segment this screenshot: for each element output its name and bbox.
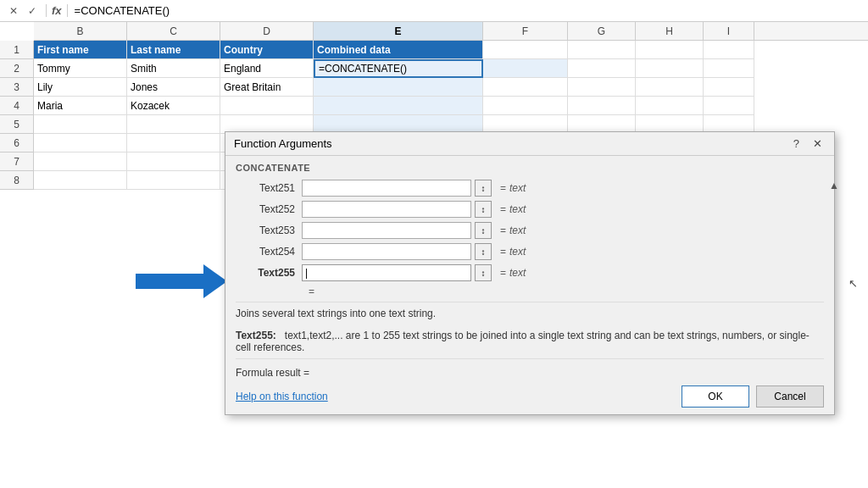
cell-B6[interactable]	[34, 134, 127, 152]
cell-D4[interactable]	[220, 97, 314, 115]
cell-G3[interactable]	[568, 78, 636, 97]
help-text-label: Text255:	[236, 330, 276, 341]
cell-C6[interactable]	[127, 134, 220, 152]
col-header-E[interactable]: E	[314, 22, 483, 40]
col-header-G[interactable]: G	[568, 22, 636, 40]
col-header-D[interactable]: D	[220, 22, 314, 40]
row-header-8[interactable]: 8	[0, 171, 34, 190]
cell-E2[interactable]: =CONCATENATE()	[314, 59, 483, 78]
cell-C8[interactable]	[127, 171, 220, 190]
cell-F3[interactable]	[483, 78, 568, 97]
cell-F1[interactable]	[483, 41, 568, 59]
col-header-H[interactable]: H	[636, 22, 704, 40]
row-header-3[interactable]: 3	[0, 78, 34, 97]
cell-H3[interactable]	[636, 78, 704, 97]
dialog-extra-equals-row: =	[236, 286, 824, 297]
cell-B5[interactable]	[34, 115, 127, 134]
cancel-button[interactable]: Cancel	[756, 385, 824, 408]
collapse-btn-2[interactable]: ↕	[475, 201, 492, 218]
col-header-I[interactable]: I	[704, 22, 754, 40]
field-input-2[interactable]	[302, 201, 471, 218]
cell-B8[interactable]	[34, 171, 127, 190]
confirm-icon[interactable]: ✓	[25, 5, 39, 17]
help-link[interactable]: Help on this function	[236, 391, 328, 402]
fx-label: fx	[46, 4, 68, 17]
field-input-4[interactable]	[302, 243, 471, 260]
row-header-7[interactable]: 7	[0, 152, 34, 171]
equals-3: =	[500, 225, 506, 236]
field-input-1[interactable]	[302, 180, 471, 197]
field-input-5[interactable]	[302, 264, 471, 281]
cancel-icon[interactable]: ✕	[7, 5, 20, 17]
cell-B2[interactable]: Tommy	[34, 59, 127, 78]
column-headers: B C D E F G H I	[34, 22, 868, 41]
result-3: text	[509, 225, 526, 236]
cell-E1[interactable]: Combined data	[314, 41, 483, 59]
cell-F4[interactable]	[483, 97, 568, 115]
field-input-wrap-3: ↕ = text	[302, 222, 824, 239]
dialog-buttons: OK Cancel	[682, 385, 824, 408]
formula-result-label: Formula result =	[236, 367, 309, 379]
cell-H2[interactable]	[636, 59, 704, 78]
ok-button[interactable]: OK	[682, 385, 749, 408]
row-header-1[interactable]: 1	[0, 41, 34, 59]
col-header-B[interactable]: B	[34, 22, 127, 40]
cell-E3[interactable]	[314, 78, 483, 97]
formula-bar-controls: ✕ ✓	[3, 5, 42, 17]
cell-C4[interactable]: Kozacek	[127, 97, 220, 115]
cell-G2[interactable]	[568, 59, 636, 78]
cell-B1[interactable]: First name	[34, 41, 127, 59]
cell-B4[interactable]: Maria	[34, 97, 127, 115]
cell-I4[interactable]	[704, 97, 754, 115]
cell-I1[interactable]	[704, 41, 754, 59]
cell-D2[interactable]: England	[220, 59, 314, 78]
dialog-field-row-1: Text251 ↕ = text	[236, 180, 824, 197]
cell-D1[interactable]: Country	[220, 41, 314, 59]
arrow-body	[136, 274, 203, 289]
equals-2: =	[500, 203, 506, 215]
collapse-btn-3[interactable]: ↕	[475, 222, 492, 239]
dialog-field-row-5: Text255 ↕ = text	[236, 264, 824, 281]
row-header-4[interactable]: 4	[0, 97, 34, 115]
row-header-6[interactable]: 6	[0, 134, 34, 152]
dialog-fields-area: ▲ Text251 ↕ = text Text252 ↕ = text	[236, 180, 824, 297]
cell-E4[interactable]	[314, 97, 483, 115]
cell-B3[interactable]: Lily	[34, 78, 127, 97]
table-row: First name Last name Country Combined da…	[34, 41, 868, 59]
cell-H4[interactable]	[636, 97, 704, 115]
cell-D3[interactable]: Great Britain	[220, 78, 314, 97]
collapse-btn-5[interactable]: ↕	[475, 264, 492, 281]
cell-I2[interactable]	[704, 59, 754, 78]
table-row: Tommy Smith England =CONCATENATE()	[34, 59, 868, 78]
cell-G1[interactable]	[568, 41, 636, 59]
cell-I3[interactable]	[704, 78, 754, 97]
scroll-up-icon[interactable]: ▲	[829, 180, 839, 191]
cell-H1[interactable]	[636, 41, 704, 59]
field-label-4: Text254	[236, 246, 295, 258]
cell-C1[interactable]: Last name	[127, 41, 220, 59]
cursor-pointer-icon: ↖	[849, 277, 858, 290]
dialog-footer: Formula result =	[236, 358, 824, 379]
cell-C2[interactable]: Smith	[127, 59, 220, 78]
collapse-btn-4[interactable]: ↕	[475, 243, 492, 260]
cell-C7[interactable]	[127, 152, 220, 171]
field-input-3[interactable]	[302, 222, 471, 239]
row-header-5[interactable]: 5	[0, 115, 34, 134]
equals-4: =	[500, 246, 506, 258]
row-header-2[interactable]: 2	[0, 59, 34, 78]
cell-B7[interactable]	[34, 152, 127, 171]
dialog-help-button[interactable]: ?	[790, 137, 803, 150]
dialog-title: Function Arguments	[234, 137, 332, 150]
formula-input[interactable]	[71, 4, 865, 17]
collapse-btn-1[interactable]: ↕	[475, 180, 492, 197]
formula-result-area: Formula result =	[236, 366, 309, 379]
col-header-C[interactable]: C	[127, 22, 220, 40]
result-2: text	[509, 203, 526, 215]
cell-F2[interactable]	[483, 59, 568, 78]
cell-G4[interactable]	[568, 97, 636, 115]
dialog-field-row-4: Text254 ↕ = text	[236, 243, 824, 260]
dialog-close-button[interactable]: ✕	[810, 137, 826, 150]
col-header-F[interactable]: F	[483, 22, 568, 40]
cell-C5[interactable]	[127, 115, 220, 134]
cell-C3[interactable]: Jones	[127, 78, 220, 97]
